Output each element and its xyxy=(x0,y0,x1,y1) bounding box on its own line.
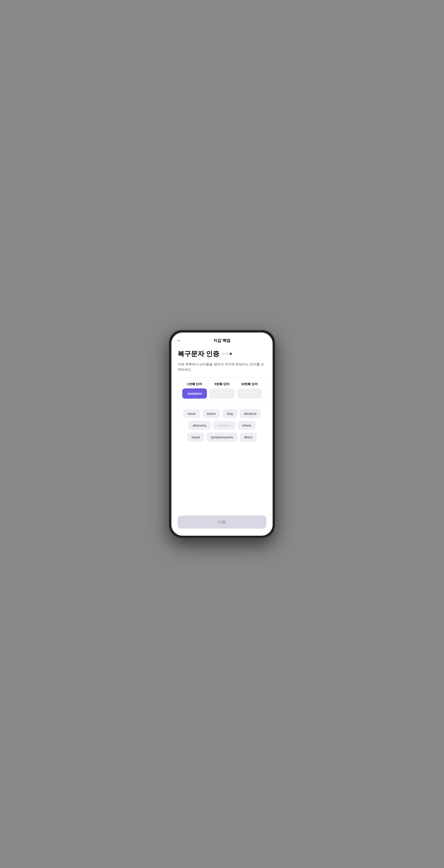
main-content: 복구문자 인증 아래 목록에서 단어들을 탭하여 위치에 해당하는 단어를 선택… xyxy=(171,346,273,513)
header-title-text: 지갑 백업 xyxy=(213,338,231,343)
slots-row: 1번째 단어 symptom 5번째 단어 10번째 단어 xyxy=(182,382,262,399)
dot-2 xyxy=(226,353,228,355)
slot-2-box[interactable] xyxy=(210,389,234,399)
header: ← 지갑 백업 xyxy=(171,333,273,346)
word-symptomsymm[interactable]: symptomsymm xyxy=(206,433,238,442)
word-row-1: move action clog abcduce xyxy=(183,409,261,418)
slot-2-label: 5번째 단어 xyxy=(214,382,230,386)
slot-3-label: 10번째 단어 xyxy=(241,382,258,386)
slot-2: 5번째 단어 xyxy=(210,382,234,399)
dot-1 xyxy=(223,353,225,355)
word-symptom: symptom xyxy=(213,421,236,430)
heading-row: 복구문자 인증 xyxy=(178,349,266,359)
slot-3-box[interactable] xyxy=(237,389,262,399)
slots-card: 1번째 단어 symptom 5번째 단어 10번째 단어 xyxy=(178,377,266,403)
bottom-area: 다음 xyxy=(171,513,273,536)
word-abonomy[interactable]: abonomy xyxy=(188,421,211,430)
slot-1-label: 1번째 단어 xyxy=(187,382,202,386)
page-heading: 복구문자 인증 xyxy=(178,349,219,359)
word-where[interactable]: where xyxy=(238,421,256,430)
phone-frame: ← 지갑 백업 복구문자 인증 아래 목록에서 단어들을 탭하여 위치에 해당하… xyxy=(169,330,275,538)
back-button[interactable]: ← xyxy=(177,338,182,343)
word-clog[interactable]: clog xyxy=(222,409,237,418)
next-button[interactable]: 다음 xyxy=(178,516,266,529)
word-action[interactable]: action xyxy=(202,409,220,418)
word-grid: move action clog abcduce abonomy symptom… xyxy=(178,409,266,442)
word-direct[interactable]: direct xyxy=(240,433,257,442)
description-text: 아래 목록에서 단어들을 탭하여 위치에 해당하는 단어를 선택하세요. xyxy=(178,362,266,372)
word-equal[interactable]: equal xyxy=(187,433,204,442)
word-row-3: equal symptomsymm direct xyxy=(187,433,257,442)
slot-1: 1번째 단어 symptom xyxy=(182,382,207,399)
step-dots xyxy=(223,353,232,355)
word-abcduce[interactable]: abcduce xyxy=(240,409,261,418)
phone-screen: ← 지갑 백업 복구문자 인증 아래 목록에서 단어들을 탭하여 위치에 해당하… xyxy=(171,333,273,536)
slot-1-box[interactable]: symptom xyxy=(182,389,207,399)
word-move[interactable]: move xyxy=(183,409,200,418)
dot-3 xyxy=(230,353,232,355)
slot-3: 10번째 단어 xyxy=(237,382,262,399)
word-row-2: abonomy symptom where xyxy=(188,421,256,430)
